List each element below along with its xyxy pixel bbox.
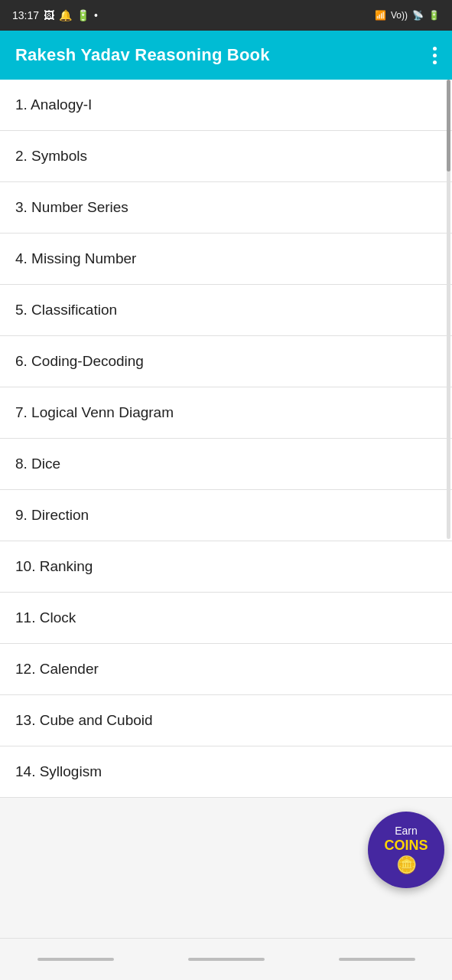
coin-icon: 🪙 xyxy=(396,855,417,875)
status-right: 📶 Vo)) 📡 🔋 xyxy=(375,10,440,21)
scrollbar-thumb[interactable] xyxy=(447,80,450,172)
app-bar: Rakesh Yadav Reasoning Book xyxy=(0,31,452,80)
photo-icon: 🖼 xyxy=(44,9,54,21)
app-title: Rakesh Yadav Reasoning Book xyxy=(15,45,270,65)
status-bar: 13:17 🖼 🔔 🔋 • 📶 Vo)) 📡 🔋 xyxy=(0,0,452,31)
chapter-list: 1. Analogy-I2. Symbols3. Number Series4.… xyxy=(0,80,452,798)
dot-indicator: • xyxy=(94,9,98,21)
notification-icon: 🔔 xyxy=(59,9,72,21)
scrollbar-track xyxy=(447,80,450,539)
chapter-item-7[interactable]: 7. Logical Venn Diagram xyxy=(0,387,452,439)
signal-icon: 📡 xyxy=(412,10,424,21)
time-display: 13:17 xyxy=(12,9,39,21)
battery-icon: 🔋 xyxy=(76,9,89,21)
vol-icon: Vo)) xyxy=(391,10,408,21)
menu-dot-3 xyxy=(433,60,437,64)
chapter-item-11[interactable]: 11. Clock xyxy=(0,593,452,644)
wifi-icon: 📶 xyxy=(375,10,386,21)
menu-dot-1 xyxy=(433,47,437,51)
bottom-nav-indicator-2 xyxy=(188,958,265,961)
chapter-item-1[interactable]: 1. Analogy-I xyxy=(0,80,452,131)
chapter-item-6[interactable]: 6. Coding-Decoding xyxy=(0,336,452,387)
bottom-bar xyxy=(0,938,452,980)
chapter-item-8[interactable]: 8. Dice xyxy=(0,439,452,490)
bottom-nav-indicator-1 xyxy=(37,958,114,961)
coins-label: COINS xyxy=(384,838,428,854)
chapter-item-4[interactable]: 4. Missing Number xyxy=(0,234,452,285)
more-vertical-icon[interactable] xyxy=(433,47,437,64)
chapter-item-5[interactable]: 5. Classification xyxy=(0,285,452,336)
battery-full-icon: 🔋 xyxy=(428,10,440,21)
chapter-item-2[interactable]: 2. Symbols xyxy=(0,131,452,182)
status-left: 13:17 🖼 🔔 🔋 • xyxy=(12,9,98,21)
menu-dot-2 xyxy=(433,54,437,57)
chapter-item-10[interactable]: 10. Ranking xyxy=(0,541,452,593)
chapter-item-14[interactable]: 14. Syllogism xyxy=(0,746,452,798)
earn-label: Earn xyxy=(395,825,418,838)
chapter-item-13[interactable]: 13. Cube and Cuboid xyxy=(0,695,452,746)
chapter-item-12[interactable]: 12. Calender xyxy=(0,644,452,695)
earn-coins-button[interactable]: Earn COINS 🪙 xyxy=(368,812,444,888)
chapter-item-3[interactable]: 3. Number Series xyxy=(0,182,452,234)
chapter-item-9[interactable]: 9. Direction xyxy=(0,490,452,541)
bottom-nav-indicator-3 xyxy=(339,958,415,961)
